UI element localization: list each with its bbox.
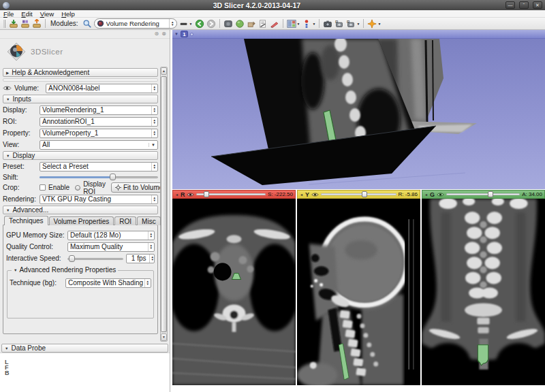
scene-view-add-button[interactable]: R xyxy=(334,19,344,29)
yellow-slice-viewport[interactable] xyxy=(297,199,420,385)
fit-to-volume-button[interactable]: Fit to Volume xyxy=(111,182,167,193)
red-slice-slider[interactable] xyxy=(196,191,266,198)
module-history-button[interactable]: ▼ xyxy=(179,19,193,29)
module-forward-button[interactable] xyxy=(206,19,216,29)
menu-file[interactable]: File xyxy=(3,10,14,18)
toolbar-separator xyxy=(283,19,283,28)
expanded-icon: ▼ xyxy=(6,97,10,101)
collapse-icon[interactable]: ◄ xyxy=(300,193,303,197)
maximize-button[interactable]: ˆ xyxy=(519,1,529,9)
display-node-combobox[interactable]: VolumeRendering_1 ▲▼ xyxy=(40,105,158,115)
scene-view-menu-button[interactable]: R▼ xyxy=(346,19,360,29)
favorite-annotations-button[interactable] xyxy=(258,19,268,29)
panel-close-icon[interactable]: ⊗ xyxy=(161,31,166,37)
menu-help[interactable]: Help xyxy=(61,10,75,18)
eye-icon[interactable] xyxy=(187,192,194,197)
view-combobox[interactable]: All ▼ xyxy=(40,140,158,150)
module-combobox[interactable]: Volume Rendering ▲▼ xyxy=(94,18,177,29)
rendering-combobox[interactable]: VTK GPU Ray Casting ▲▼ xyxy=(40,195,158,204)
data-probe-header[interactable]: ▼ Data Probe xyxy=(1,344,168,353)
eye-icon[interactable] xyxy=(3,85,12,91)
menu-view[interactable]: View xyxy=(40,10,54,18)
slicer-window: 3D Slicer 4.2.0-2013-04-17 — ˆ ✕ File Ed… xyxy=(0,0,545,392)
collapse-icon[interactable]: ◄ xyxy=(424,193,428,197)
scrollbar-thumb[interactable] xyxy=(161,76,167,332)
volumes-module-icon xyxy=(223,19,233,29)
module-back-button[interactable] xyxy=(195,19,204,29)
scroll-down-icon[interactable]: ▼ xyxy=(161,333,167,341)
import-dicom-button[interactable] xyxy=(20,19,30,29)
collapse-icon[interactable]: ◄ xyxy=(175,193,178,197)
green-slice-viewport[interactable] xyxy=(422,199,545,385)
advanced-section-header[interactable]: ▼ Advanced... xyxy=(3,206,158,214)
crosshair-button[interactable]: ▼ xyxy=(302,19,315,29)
crop-row: Crop: Enable Display ROI Fit to Volume xyxy=(3,182,158,193)
pin-icon[interactable] xyxy=(190,33,193,36)
crop-label: Crop: xyxy=(3,184,37,191)
load-data-button[interactable] xyxy=(9,19,18,29)
close-button[interactable]: ✕ xyxy=(533,1,542,9)
roi-node-row: ROI: AnnotationROI_1 ▲▼ xyxy=(3,116,158,127)
tab-roi[interactable]: ROI xyxy=(114,216,136,225)
slider-handle[interactable] xyxy=(204,191,209,197)
threed-view-badge: 1 xyxy=(181,31,188,37)
svg-text:R: R xyxy=(347,19,350,24)
eye-icon[interactable] xyxy=(437,192,444,197)
gpu-memory-combobox[interactable]: Default (128 Mo) ▲▼ xyxy=(67,231,155,240)
display-section-header[interactable]: ▼ Display xyxy=(3,151,158,160)
minimize-button[interactable]: — xyxy=(505,1,515,9)
shift-row: Shift: xyxy=(3,173,158,181)
favorite-transforms-button[interactable] xyxy=(247,19,256,29)
shift-slider[interactable] xyxy=(40,173,158,181)
favorites-star-button[interactable]: ▼ xyxy=(367,19,381,29)
layout-selector-button[interactable]: ▼ xyxy=(287,19,300,29)
display-node-row: Display: VolumeRendering_1 ▲▼ xyxy=(3,105,158,115)
panel-gear-icon[interactable]: ⊛ xyxy=(155,31,159,37)
green-slice-view: ◄ G A: 34.00 xyxy=(422,190,545,385)
interactive-speed-slider[interactable] xyxy=(67,255,123,263)
slider-handle[interactable] xyxy=(488,191,493,197)
combo-spinner-icon: ▲▼ xyxy=(151,129,157,137)
favorite-volumes-button[interactable] xyxy=(223,19,233,29)
rendering-label: Rendering: xyxy=(3,195,37,203)
dropdown-caret-icon: ▼ xyxy=(189,22,193,26)
help-section-label: Help & Acknowledgement xyxy=(12,69,89,76)
crop-enable-checkbox[interactable] xyxy=(40,184,46,191)
spinbox-arrows-icon: ▲▼ xyxy=(149,255,154,263)
property-node-combobox[interactable]: VolumeProperty_1 ▲▼ xyxy=(40,129,158,138)
favorite-editor-button[interactable] xyxy=(270,19,279,29)
screenshot-button[interactable] xyxy=(323,19,332,29)
module-search-button[interactable] xyxy=(82,19,92,29)
red-slice-viewport[interactable] xyxy=(172,199,296,385)
threed-viewport[interactable] xyxy=(172,39,545,189)
preset-combobox[interactable]: Select a Preset ▲▼ xyxy=(40,162,158,172)
display-roi-toggle-icon[interactable] xyxy=(75,185,80,191)
tab-techniques[interactable]: Techniques xyxy=(4,216,48,225)
scroll-up-icon[interactable]: ▲ xyxy=(161,67,167,75)
advanced-rendering-group-header[interactable]: ▼ Advanced Rendering Properties xyxy=(12,266,118,274)
slider-handle[interactable] xyxy=(110,174,116,180)
panel-scrollbar[interactable]: ▲ ▼ xyxy=(160,67,168,342)
slider-handle[interactable] xyxy=(362,191,367,197)
tab-volume-properties[interactable]: Volume Properties xyxy=(49,216,114,225)
roi-node-combobox[interactable]: AnnotationROI_1 ▲▼ xyxy=(40,117,158,127)
volume-combobox[interactable]: ANON0084-label ▲▼ xyxy=(46,84,158,93)
tab-misc[interactable]: Misc xyxy=(137,216,161,225)
collapse-icon[interactable]: ▼ xyxy=(174,32,178,36)
favorite-models-button[interactable] xyxy=(235,19,245,29)
sagittal-ct-image xyxy=(297,199,420,385)
yellow-slice-slider[interactable] xyxy=(321,191,396,198)
green-slice-slider[interactable] xyxy=(446,191,520,198)
eye-icon[interactable] xyxy=(311,192,319,197)
save-scene-button[interactable] xyxy=(32,19,42,29)
slider-handle[interactable] xyxy=(69,255,75,262)
inputs-section-header[interactable]: ▼ Inputs xyxy=(3,95,158,103)
expanded-icon: ▼ xyxy=(14,268,17,272)
quality-control-combobox[interactable]: Maximum Quality ▲▼ xyxy=(67,242,155,252)
advanced-tab-bar: Techniques Volume Properties ROI Misc xyxy=(3,216,158,225)
green-slice-offset-readout: A: 34.00 xyxy=(522,191,542,197)
menu-edit[interactable]: Edit xyxy=(21,10,32,18)
help-section-header[interactable]: ▶ Help & Acknowledgement xyxy=(3,68,158,77)
technique-bg-combobox[interactable]: Composite With Shading ▲▼ xyxy=(65,278,151,288)
fps-spinbox[interactable]: 1 fps ▲▼ xyxy=(126,254,155,263)
